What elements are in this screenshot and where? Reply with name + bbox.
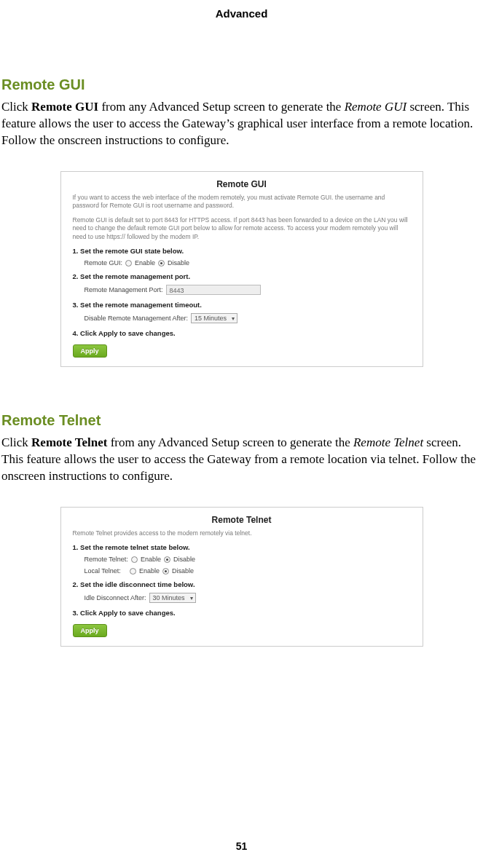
step-label: 2. Set the idle disconnect time below. xyxy=(73,580,411,588)
row-remote-timeout: Disable Remote Management After: 15 Minu… xyxy=(85,313,411,323)
radio-enable[interactable] xyxy=(131,556,138,563)
field-label: Idle Disconnect After: xyxy=(85,594,146,601)
panel-remote-telnet: Remote Telnet Remote Telnet provides acc… xyxy=(60,507,423,647)
hint-text: Remote Telnet provides access to the mod… xyxy=(73,529,411,537)
field-label: Remote GUI: xyxy=(85,259,123,267)
section-heading-remote-gui: Remote GUI xyxy=(1,76,482,93)
radio-label: Enable xyxy=(135,259,155,267)
step-label: 1. Set the remote telnet state below. xyxy=(73,543,411,551)
page-number: 51 xyxy=(0,840,483,852)
row-remote-gui-state: Remote GUI: Enable Disable xyxy=(85,259,411,267)
field-label: Remote Management Port: xyxy=(85,286,163,293)
radio-label: Disable xyxy=(172,567,194,575)
step-label: 2. Set the remote management port. xyxy=(73,272,411,280)
apply-button[interactable]: Apply xyxy=(73,624,107,637)
field-label: Disable Remote Management After: xyxy=(85,315,189,322)
text: from any Advanced Setup screen to genera… xyxy=(98,100,345,114)
hint-text: Remote GUI is default set to port 8443 f… xyxy=(73,216,411,241)
step-label: 3. Set the remote management timeout. xyxy=(73,301,411,309)
radio-label: Enable xyxy=(139,567,160,575)
row-remote-port: Remote Management Port: 8443 xyxy=(85,285,411,295)
step-label: 3. Click Apply to save changes. xyxy=(73,609,411,617)
text-italic: Remote Telnet xyxy=(353,435,423,449)
remote-port-input[interactable]: 8443 xyxy=(166,285,261,295)
section2-paragraph: Click Remote Telnet from any Advanced Se… xyxy=(1,435,482,485)
radio-enable[interactable] xyxy=(130,568,136,575)
row-remote-telnet-state: Remote Telnet: Enable Disable xyxy=(85,556,411,563)
apply-button[interactable]: Apply xyxy=(73,344,107,358)
radio-disable[interactable] xyxy=(162,568,169,575)
radio-disable[interactable] xyxy=(164,556,170,563)
hint-text: If you want to access the web interface … xyxy=(73,194,411,210)
row-idle-disconnect: Idle Disconnect After: 30 Minutes xyxy=(85,593,411,603)
step-label: 1. Set the remote GUI state below. xyxy=(73,247,411,255)
idle-disconnect-select[interactable]: 30 Minutes xyxy=(149,593,196,603)
radio-label: Disable xyxy=(168,259,189,267)
text-bold: Remote Telnet xyxy=(31,435,107,449)
step-label: 4. Click Apply to save changes. xyxy=(73,329,411,337)
radio-label: Disable xyxy=(173,556,195,563)
radio-label: Enable xyxy=(141,556,161,563)
row-local-telnet-state: Local Telnet: Enable Disable xyxy=(85,567,411,575)
section-heading-remote-telnet: Remote Telnet xyxy=(1,412,482,429)
panel-title: Remote Telnet xyxy=(61,508,423,529)
text-bold: Remote GUI xyxy=(31,100,98,114)
text: from any Advanced Setup screen to genera… xyxy=(107,435,353,449)
radio-disable[interactable] xyxy=(158,260,165,267)
section1-paragraph: Click Remote GUI from any Advanced Setup… xyxy=(1,99,482,149)
text-italic: Remote GUI xyxy=(345,100,407,114)
radio-enable[interactable] xyxy=(125,260,132,267)
page-header: Advanced xyxy=(0,0,483,20)
field-label: Local Telnet: xyxy=(85,567,121,575)
text: Click xyxy=(1,435,31,449)
field-label: Remote Telnet: xyxy=(85,556,128,563)
timeout-select[interactable]: 15 Minutes xyxy=(191,313,237,323)
panel-remote-gui: Remote GUI If you want to access the web… xyxy=(60,171,423,367)
panel-title: Remote GUI xyxy=(61,172,423,194)
text: Click xyxy=(1,100,31,114)
